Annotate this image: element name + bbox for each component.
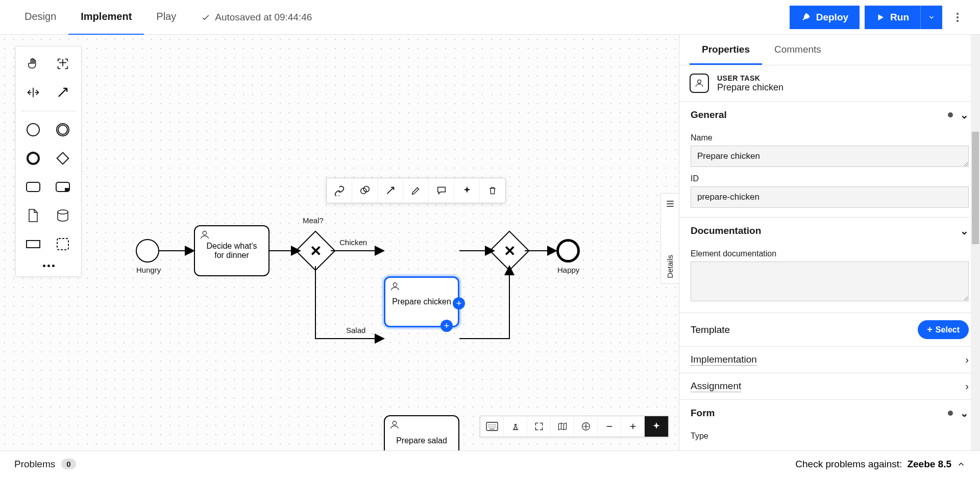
template-select-button[interactable]: +Select <box>918 320 969 339</box>
main-tabs: Design Implement Play <box>12 0 188 35</box>
tool-palette <box>15 46 82 277</box>
element-name: Prepare chicken <box>717 82 783 93</box>
context-ai[interactable] <box>454 178 480 203</box>
list-icon <box>665 199 675 209</box>
task-prepare-salad[interactable]: Prepare salad <box>384 415 459 450</box>
minimap[interactable] <box>551 416 574 437</box>
add-handle-bottom[interactable]: + <box>440 320 453 332</box>
end-event-happy[interactable] <box>556 239 580 263</box>
user-icon <box>389 281 401 292</box>
input-element-doc[interactable] <box>691 261 969 301</box>
tab-design[interactable]: Design <box>12 0 68 35</box>
fullscreen[interactable] <box>527 416 551 437</box>
properties-panel: Properties Comments USER TASK Prepare ch… <box>679 35 980 450</box>
zoom-in[interactable] <box>621 416 645 437</box>
deploy-button[interactable]: Deploy <box>790 6 860 29</box>
task-tool[interactable] <box>21 175 45 199</box>
run-dropdown[interactable] <box>920 6 942 29</box>
lasso-tool[interactable] <box>51 52 75 76</box>
add-handle-right[interactable]: + <box>453 297 465 309</box>
context-delete[interactable] <box>480 178 505 203</box>
label-name: Name <box>691 133 969 142</box>
user-icon <box>199 229 210 241</box>
section-form-head[interactable]: Form ⌄ <box>679 400 980 426</box>
flow-chicken-label: Chicken <box>339 238 367 247</box>
implementation-row[interactable]: Implementation › <box>679 347 980 373</box>
reset-view[interactable] <box>574 416 598 437</box>
context-annotation[interactable] <box>429 178 454 203</box>
zoom-out[interactable] <box>598 416 621 437</box>
tab-properties[interactable]: Properties <box>690 35 762 65</box>
end-event-tool[interactable] <box>21 146 45 171</box>
end-label: Happy <box>557 266 579 274</box>
tab-play[interactable]: Play <box>144 0 188 35</box>
chevron-up-icon <box>957 460 966 469</box>
gateway-meal[interactable]: ✕ <box>295 230 335 271</box>
connect-tool[interactable] <box>51 80 75 105</box>
autosave-status: Autosaved at 09:44:46 <box>201 12 312 23</box>
chevron-down-icon <box>928 14 935 21</box>
label-id: ID <box>691 174 969 183</box>
context-pad <box>326 178 506 203</box>
main-area: Hungry Decide what's for dinner ✕ Meal? … <box>0 35 980 450</box>
svg-point-8 <box>58 210 68 214</box>
props-header: USER TASK Prepare chicken <box>679 65 980 101</box>
run-button-group: Run <box>865 6 942 29</box>
data-object-tool[interactable] <box>21 203 45 228</box>
check-icon <box>201 12 211 22</box>
svg-point-24 <box>698 80 701 83</box>
keyboard-shortcuts[interactable] <box>480 416 504 437</box>
details-tab[interactable]: Details <box>660 193 679 284</box>
context-color[interactable] <box>403 178 429 203</box>
user-icon <box>389 419 400 431</box>
context-connect[interactable] <box>378 178 403 203</box>
svg-point-22 <box>514 427 517 430</box>
tab-comments[interactable]: Comments <box>762 35 834 65</box>
data-store-tool[interactable] <box>51 203 75 228</box>
svg-rect-9 <box>27 241 40 248</box>
gateway-tool[interactable] <box>51 146 75 171</box>
check-against[interactable]: Check problems against: Zeebe 8.5 <box>795 459 966 470</box>
template-label: Template <box>691 324 730 336</box>
props-tabs: Properties Comments <box>679 35 980 65</box>
section-general-head[interactable]: General ⌄ <box>679 102 980 128</box>
task-decide-dinner[interactable]: Decide what's for dinner <box>194 225 270 276</box>
context-link[interactable] <box>327 178 352 203</box>
input-name[interactable]: Prepare chicken <box>691 146 969 167</box>
element-type: USER TASK <box>717 74 783 82</box>
assignment-row[interactable]: Assignment › <box>679 373 980 399</box>
intermediate-event-tool[interactable] <box>51 117 75 142</box>
subprocess-tool[interactable] <box>51 175 75 199</box>
section-template: Template +Select <box>679 313 980 346</box>
section-implementation: Implementation › <box>679 346 980 373</box>
problems-toggle[interactable]: Problems 0 <box>14 459 76 470</box>
start-event-tool[interactable] <box>21 117 45 142</box>
hand-tool[interactable] <box>21 52 45 76</box>
canvas[interactable]: Hungry Decide what's for dinner ✕ Meal? … <box>0 35 679 450</box>
group-tool[interactable] <box>51 232 75 256</box>
start-event-hungry[interactable] <box>136 239 159 263</box>
space-tool[interactable] <box>21 80 45 105</box>
gateway-join[interactable]: ✕ <box>489 230 529 271</box>
palette-more[interactable] <box>21 260 76 271</box>
scrollbar[interactable] <box>971 35 980 450</box>
more-menu[interactable] <box>947 13 968 22</box>
top-bar: Design Implement Play Autosaved at 09:44… <box>0 0 980 35</box>
label-element-doc: Element documentation <box>691 249 969 258</box>
feedback[interactable] <box>504 416 527 437</box>
section-general: General ⌄ Name Prepare chicken ID <box>679 101 980 217</box>
task-prepare-chicken[interactable]: Prepare chicken + + <box>384 276 459 327</box>
tab-implement[interactable]: Implement <box>68 0 144 35</box>
svg-point-11 <box>203 231 206 235</box>
pool-tool[interactable] <box>21 232 45 256</box>
context-change-type[interactable] <box>352 178 378 203</box>
input-id[interactable] <box>691 186 969 208</box>
ai-assist[interactable] <box>645 416 668 437</box>
section-doc-head[interactable]: Documentation ⌄ <box>679 218 980 244</box>
section-assignment: Assignment › <box>679 373 980 399</box>
chevron-down-icon: ⌄ <box>960 407 969 419</box>
rocket-icon <box>801 12 811 22</box>
start-label: Hungry <box>136 266 161 274</box>
chevron-down-icon: ⌄ <box>960 109 969 121</box>
run-button[interactable]: Run <box>865 6 920 29</box>
